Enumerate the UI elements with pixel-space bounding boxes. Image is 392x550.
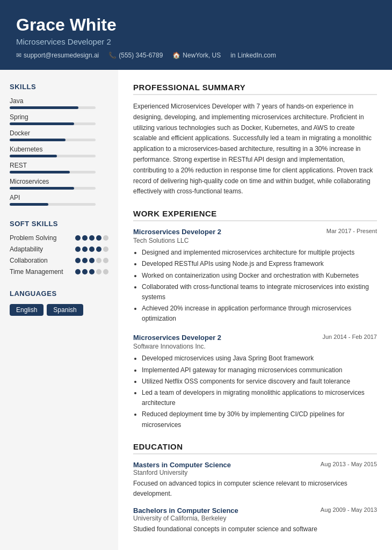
candidate-name: Grace White (16, 15, 376, 35)
main-content: PROFESSIONAL SUMMARY Experienced Microse… (118, 70, 392, 550)
job-title: Microservices Developer 2 (133, 334, 221, 342)
email-icon: ✉ (16, 52, 21, 59)
skill-bar-fill (10, 203, 48, 206)
education-section-title: EDUCATION (133, 442, 377, 454)
skill-dots (75, 258, 108, 263)
skill-label: API (10, 194, 108, 201)
skill-dot (82, 235, 88, 241)
summary-section-title: PROFESSIONAL SUMMARY (133, 83, 377, 95)
skill-dot (75, 235, 81, 241)
soft-skill-item: Adaptability (10, 245, 108, 253)
skill-dot (75, 247, 81, 252)
skill-item: API (10, 194, 108, 206)
skill-bar-fill (10, 106, 78, 109)
job-bullet: Developed microservices using Java Sprin… (142, 353, 377, 364)
skill-bar-fill (10, 122, 74, 125)
skill-bar-fill (10, 155, 57, 157)
skill-bar-fill (10, 139, 66, 141)
skill-dot (96, 247, 101, 252)
education-section: EDUCATION Masters in Computer Science Au… (133, 442, 377, 535)
sidebar: SKILLS Java Spring Docker Kubernetes RES… (0, 70, 118, 550)
edu-date: Aug 2009 - May 2013 (321, 506, 377, 513)
skill-label: Microservices (10, 178, 108, 185)
skill-dot (103, 269, 108, 274)
soft-skill-label: Problem Solving (10, 234, 56, 242)
body-layout: SKILLS Java Spring Docker Kubernetes RES… (0, 70, 392, 550)
jobs-list: Microservices Developer 2 Mar 2017 - Pre… (133, 228, 377, 430)
job-bullet: Designed and implemented microservices a… (142, 248, 377, 258)
job-bullet: Utilized Netflix OSS components for serv… (142, 377, 377, 387)
resume-wrapper: Grace White Microservices Developer 2 ✉ … (0, 0, 392, 550)
job-date: Jun 2014 - Feb 2017 (322, 334, 377, 340)
skill-item: Docker (10, 129, 108, 141)
job-header: Microservices Developer 2 Mar 2017 - Pre… (133, 228, 377, 236)
contact-bar: ✉ support@resumedesign.ai 📞 (555) 345-67… (16, 52, 376, 59)
summary-text: Experienced Microservices Developer with… (133, 102, 377, 197)
edu-description: Studied foundational concepts in compute… (133, 524, 377, 534)
job-bullet: Collaborated with cross-functional teams… (142, 282, 377, 302)
skill-label: REST (10, 162, 108, 169)
linkedin-icon: in (230, 52, 235, 59)
soft-skill-item: Problem Solving (10, 234, 108, 242)
soft-skill-item: Time Management (10, 268, 108, 276)
job-entry: Microservices Developer 2 Mar 2017 - Pre… (133, 228, 377, 324)
job-bullets: Designed and implemented microservices a… (133, 248, 377, 324)
email-contact: ✉ support@resumedesign.ai (16, 52, 99, 59)
skill-dot (103, 247, 108, 252)
skill-bar-bg (10, 187, 96, 190)
edu-header: Bachelors in Computer Science Aug 2009 -… (133, 506, 377, 515)
experience-section-title: WORK EXPERIENCE (133, 209, 377, 221)
summary-section: PROFESSIONAL SUMMARY Experienced Microse… (133, 83, 377, 197)
skill-bar-bg (10, 122, 96, 125)
soft-skill-label: Adaptability (10, 245, 43, 253)
skill-item: Kubernetes (10, 146, 108, 157)
edu-school: University of California, Berkeley (133, 515, 377, 522)
candidate-title: Microservices Developer 2 (16, 37, 376, 46)
soft-skill-item: Collaboration (10, 257, 108, 264)
skill-dot (89, 235, 95, 241)
phone-icon: 📞 (108, 52, 117, 59)
location-contact: 🏠 NewYork, US (172, 52, 221, 59)
skill-bar-bg (10, 203, 96, 206)
job-bullet: Led a team of developers in migrating mo… (142, 388, 377, 408)
job-date: Mar 2017 - Present (326, 228, 377, 234)
skill-dot (82, 247, 88, 252)
skill-bar-fill (10, 171, 70, 173)
job-company: Software Innovations Inc. (133, 343, 377, 350)
skill-label: Spring (10, 113, 108, 121)
skill-dot (103, 258, 108, 263)
skill-dot (103, 235, 108, 241)
languages-title: LANGUAGES (10, 290, 108, 298)
skill-bar-fill (10, 187, 74, 190)
soft-skills-list: Problem SolvingAdaptabilityCollaboration… (10, 234, 108, 276)
edu-header: Masters in Computer Science Aug 2013 - M… (133, 461, 377, 469)
skill-dots (75, 269, 108, 274)
edu-school: Stanford University (133, 469, 377, 476)
skill-label: Docker (10, 129, 108, 137)
language-tag: English (10, 304, 43, 316)
skill-bar-bg (10, 106, 96, 109)
skill-dot (82, 269, 88, 274)
skill-dot (75, 269, 81, 274)
skill-dot (96, 258, 101, 263)
location-icon: 🏠 (172, 52, 180, 59)
header: Grace White Microservices Developer 2 ✉ … (0, 0, 392, 70)
skill-dot (89, 258, 95, 263)
soft-skill-label: Time Management (10, 268, 63, 276)
edu-date: Aug 2013 - May 2015 (321, 461, 377, 467)
skill-item: Microservices (10, 178, 108, 190)
languages-section: LANGUAGES EnglishSpanish (10, 290, 108, 316)
skill-dots (75, 235, 108, 241)
skill-dot (96, 235, 101, 241)
phone-contact: 📞 (555) 345-6789 (108, 52, 163, 59)
soft-skills-section: SOFT SKILLS Problem SolvingAdaptabilityC… (10, 220, 108, 276)
experience-section: WORK EXPERIENCE Microservices Developer … (133, 209, 377, 430)
skill-item: Java (10, 97, 108, 109)
edu-description: Focused on advanced topics in computer s… (133, 479, 377, 499)
skill-dot (96, 269, 101, 274)
education-list: Masters in Computer Science Aug 2013 - M… (133, 461, 377, 535)
skills-list: Java Spring Docker Kubernetes REST Micro… (10, 97, 108, 206)
job-title: Microservices Developer 2 (133, 228, 221, 236)
job-company: Tech Solutions LLC (133, 237, 377, 244)
job-header: Microservices Developer 2 Jun 2014 - Feb… (133, 334, 377, 342)
